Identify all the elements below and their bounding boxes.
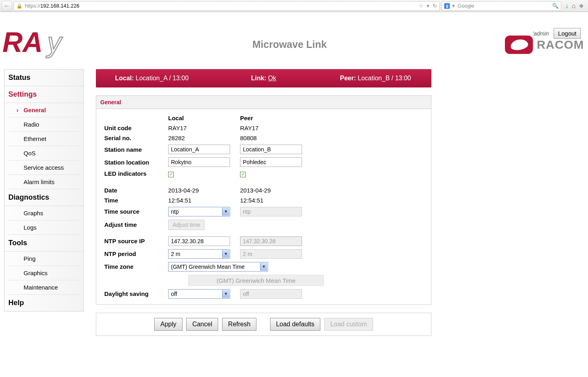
chevron-down-icon: ▼ [222,208,229,216]
nav-tools-graphics[interactable]: Graphics [8,266,80,280]
addon-icon[interactable]: ❖ [579,3,584,9]
date-local: 2013-04-29 [164,185,236,195]
nav-tools-maint[interactable]: Maintenance [8,280,80,295]
label-ntp-period: NTP period [100,248,164,260]
time-source-peer: ntp [240,207,302,216]
page-title: Microwave Link [74,39,505,50]
logout-button[interactable]: Logout [554,28,581,39]
nav-diagnostics[interactable]: Diagnostics [4,189,83,206]
label-serial: Serial no. [100,133,164,143]
browser-bar: ← 🔒 https://192.168.141.226 ☆ ▾ ↻ g ▾ Go… [0,0,588,12]
header: RA y Microwave Link RACOM [0,12,588,69]
time-source-local[interactable]: ntp▼ [168,207,230,216]
nav-settings[interactable]: Settings [4,86,83,103]
general-panel: General LocalPeer Unit codeRAY17RAY17 Se… [96,95,431,305]
station-name-local[interactable] [168,145,230,154]
col-peer: Peer [236,113,328,123]
nav-settings-ethernet[interactable]: Ethernet [8,132,80,146]
label-time: Time [100,195,164,205]
nav-tools-ping[interactable]: Ping [8,252,80,266]
bookmark-icon[interactable]: ☆ [419,3,423,9]
date-peer: 2013-04-29 [236,185,328,195]
browser-search[interactable]: g ▾ Google 🔍 [441,1,561,11]
apply-button[interactable]: Apply [154,318,182,331]
chevron-down-icon: ▼ [260,263,267,271]
serial-peer: 80808 [236,133,328,143]
station-name-peer[interactable] [240,145,302,154]
sidebar: Status Settings General Radio Ethernet Q… [4,69,84,312]
home-icon[interactable]: ⌂ [572,2,576,10]
station-location-local[interactable] [168,157,230,167]
label-timezone: Time zone [100,260,164,273]
label-station-location: Station location [100,156,164,169]
label-adjust-time: Adjust time [100,218,164,232]
dst-local[interactable]: off▼ [168,289,230,299]
search-icon[interactable]: 🔍 [552,3,558,9]
nav-status[interactable]: Status [4,69,83,86]
chevron-down-icon: ▼ [222,290,229,298]
ntp-period-local[interactable]: 2 m▼ [168,249,230,259]
nav-tools[interactable]: Tools [4,235,83,252]
button-bar: Apply Cancel Refresh Load defaults Load … [96,313,431,336]
label-station-name: Station name [100,143,164,156]
time-peer: 12:54:51 [236,195,328,205]
col-local: Local [164,113,236,123]
download-icon[interactable]: ↓ [565,2,568,10]
nav-diag-graphs[interactable]: Graphs [8,206,80,220]
chevron-down-icon: ▼ [222,250,229,258]
time-local: 12:54:51 [164,195,236,205]
link-status[interactable]: Ok [268,75,276,81]
nav-settings-radio[interactable]: Radio [8,117,80,132]
ray-logo: RA y [2,28,74,61]
load-custom-button: Load custom [324,318,373,331]
station-location-peer[interactable] [240,157,302,167]
label-dst: Daylight saving [100,288,164,300]
nav-back-button[interactable]: ← [2,1,12,11]
label-led: LED indicators [100,169,164,179]
url-box[interactable]: 🔒 https://192.168.141.226 ☆ ▾ ↻ [14,1,440,11]
label-ntp-ip: NTP source IP [100,235,164,248]
timezone-peer: (GMT) Greenwich Mean Time [188,275,324,286]
ntp-ip-local[interactable] [168,236,230,246]
unit-code-peer: RAY17 [236,123,328,133]
ntp-period-peer: 2 m [240,249,302,259]
nav-diag-logs[interactable]: Logs [8,220,80,235]
load-defaults-button[interactable]: Load defaults [270,318,320,331]
lock-icon: 🔒 [16,3,22,9]
led-local-checkbox[interactable]: ✓ [168,172,174,177]
led-peer-checkbox[interactable]: ✓ [240,172,246,177]
google-icon: g [444,3,450,9]
nav-settings-service[interactable]: Service access [8,161,80,175]
refresh-button[interactable]: Refresh [222,318,256,331]
status-bar: Local: Location_A / 13:00 Link: Ok Peer:… [96,69,431,87]
serial-local: 28282 [164,133,236,143]
label-time-source: Time source [100,205,164,218]
nav-settings-alarm[interactable]: Alarm limits [8,175,80,189]
reload-icon[interactable]: ↻ [433,3,437,9]
current-user: 'admin [532,30,549,37]
cancel-button[interactable]: Cancel [186,318,218,331]
nav-settings-general[interactable]: General [8,103,80,117]
unit-code-local: RAY17 [164,123,236,133]
svg-text:RA: RA [2,28,43,58]
timezone-local[interactable]: (GMT) Greenwich Mean Time▼ [168,262,268,272]
nav-settings-qos[interactable]: QoS [8,146,80,161]
nav-help[interactable]: Help [4,295,83,311]
ntp-ip-peer [240,236,302,246]
adjust-time-button: Adjust time [168,220,205,230]
panel-title: General [96,96,431,109]
dst-peer: off [240,289,302,299]
label-date: Date [100,185,164,195]
url-text: https://192.168.141.226 [25,3,79,9]
svg-text:y: y [46,28,63,58]
label-unit-code: Unit code [100,123,164,133]
